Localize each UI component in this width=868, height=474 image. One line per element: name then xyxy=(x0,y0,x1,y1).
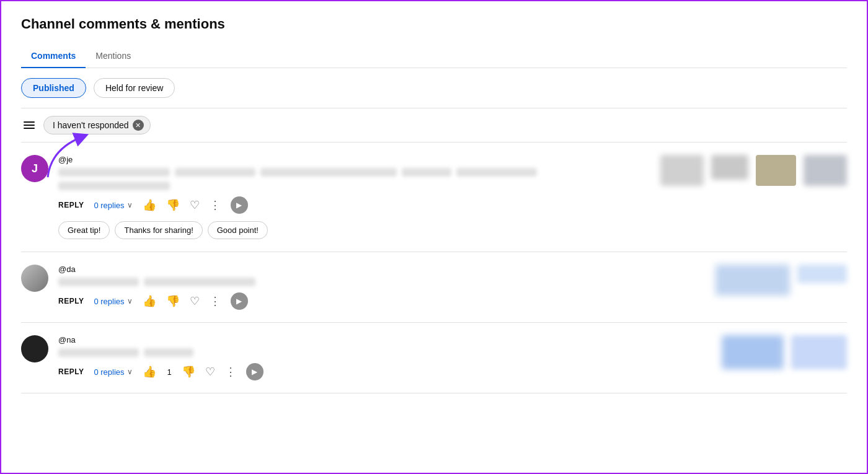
tabs-row: Comments Mentions xyxy=(21,45,847,68)
chevron-down-icon: ∨ xyxy=(127,297,133,305)
comment-text-blurred xyxy=(58,278,706,286)
comment-username: @je xyxy=(58,155,650,164)
heart-icon[interactable]: ♡ xyxy=(190,198,200,212)
replies-toggle[interactable]: 0 replies ∨ xyxy=(94,297,132,306)
comment-username: @da xyxy=(58,265,706,274)
comments-list: J @je REPLY 0 replies ∨ xyxy=(21,143,847,393)
thumbs-up-icon[interactable]: 👍 xyxy=(143,365,156,379)
reply-button[interactable]: REPLY xyxy=(58,297,84,305)
thumbnail-blur-1 xyxy=(660,155,704,186)
blur-text-1 xyxy=(58,348,139,357)
quick-reply-btn-1[interactable]: Great tip! xyxy=(58,221,110,239)
blur-text-1 xyxy=(58,168,170,177)
comment-actions: REPLY 0 replies ∨ 👍 👎 ♡ ⋮ ▶ xyxy=(58,196,650,214)
avatar: J xyxy=(21,155,48,182)
blur-text-4 xyxy=(402,168,451,177)
avatar xyxy=(21,335,48,362)
comment-text-blurred xyxy=(58,168,650,190)
thumbnail-area xyxy=(722,335,847,369)
play-icon[interactable]: ▶ xyxy=(231,196,248,214)
comment-item: @na REPLY 0 replies ∨ 👍 1 👎 ♡ ⋮ ▶ xyxy=(21,323,847,393)
comment-body: @na REPLY 0 replies ∨ 👍 1 👎 ♡ ⋮ ▶ xyxy=(58,335,712,380)
quick-reply-btn-2[interactable]: Thanks for sharing! xyxy=(115,221,202,239)
thumbs-down-icon[interactable]: 👎 xyxy=(166,198,180,212)
thumbs-down-icon[interactable]: 👎 xyxy=(182,365,195,379)
blur-text-6 xyxy=(58,182,170,190)
page-container: Channel comments & mentions Comments Men… xyxy=(1,1,867,408)
play-icon[interactable]: ▶ xyxy=(246,363,264,380)
comment-text-blurred xyxy=(58,348,712,357)
filter-chip-remove[interactable]: ✕ xyxy=(133,120,144,131)
thumbnail-blur-1 xyxy=(722,335,784,369)
thumbnail-blur-2 xyxy=(797,265,847,283)
comment-username: @na xyxy=(58,335,712,345)
thumbnail-area xyxy=(660,155,847,186)
quick-replies: Great tip! Thanks for sharing! Good poin… xyxy=(58,221,650,239)
like-count: 1 xyxy=(167,367,172,377)
thumbs-up-icon[interactable]: 👍 xyxy=(143,294,156,308)
more-options-icon[interactable]: ⋮ xyxy=(210,198,221,212)
reply-button[interactable]: REPLY xyxy=(58,201,84,209)
comment-actions: REPLY 0 replies ∨ 👍 1 👎 ♡ ⋮ ▶ xyxy=(58,363,712,380)
filter-published[interactable]: Published xyxy=(21,78,86,98)
thumbnail-blur-2 xyxy=(711,155,748,180)
heart-icon[interactable]: ♡ xyxy=(205,365,215,379)
comment-body: @da REPLY 0 replies ∨ 👍 👎 ♡ ⋮ ▶ xyxy=(58,265,706,310)
more-options-icon[interactable]: ⋮ xyxy=(210,294,221,308)
reply-button[interactable]: REPLY xyxy=(58,367,84,376)
filter-row: Published Held for review xyxy=(21,68,847,108)
thumbnail-blur-1 xyxy=(715,265,790,296)
thumbnail-real xyxy=(756,155,796,186)
thumbs-up-icon[interactable]: 👍 xyxy=(143,198,156,212)
blur-text-3 xyxy=(260,168,397,177)
filter-chip: I haven't responded ✕ xyxy=(43,116,151,134)
page-title: Channel comments & mentions xyxy=(21,16,847,32)
quick-reply-btn-3[interactable]: Good point! xyxy=(208,221,268,239)
filter-chip-label: I haven't responded xyxy=(53,120,129,130)
filter-held-for-review[interactable]: Held for review xyxy=(94,78,175,98)
thumbs-down-icon[interactable]: 👎 xyxy=(166,294,180,308)
blur-text-2 xyxy=(144,348,193,357)
comment-item: @da REPLY 0 replies ∨ 👍 👎 ♡ ⋮ ▶ xyxy=(21,252,847,323)
active-filter-row: I haven't responded ✕ xyxy=(21,108,847,143)
heart-icon[interactable]: ♡ xyxy=(190,294,200,308)
more-options-icon[interactable]: ⋮ xyxy=(225,365,236,379)
blur-text-2 xyxy=(144,278,255,286)
filter-sort-icon[interactable] xyxy=(21,119,37,131)
comment-body: @je REPLY 0 replies ∨ 👍 👎 xyxy=(58,155,650,239)
play-icon[interactable]: ▶ xyxy=(231,292,248,310)
replies-toggle[interactable]: 0 replies ∨ xyxy=(94,201,132,210)
chevron-down-icon: ∨ xyxy=(127,201,133,209)
thumbnail-area xyxy=(715,265,847,296)
tab-mentions[interactable]: Mentions xyxy=(86,45,141,68)
comment-item: J @je REPLY 0 replies ∨ xyxy=(21,143,847,252)
avatar xyxy=(21,265,48,292)
blur-text-2 xyxy=(175,168,255,177)
chevron-down-icon: ∨ xyxy=(127,367,133,376)
thumbnail-blur-3 xyxy=(804,155,847,186)
replies-toggle[interactable]: 0 replies ∨ xyxy=(94,367,132,377)
blur-text-5 xyxy=(456,168,537,177)
tab-comments[interactable]: Comments xyxy=(21,45,86,68)
comment-actions: REPLY 0 replies ∨ 👍 👎 ♡ ⋮ ▶ xyxy=(58,292,706,310)
thumbnail-blur-2 xyxy=(791,335,847,369)
blur-text-1 xyxy=(58,278,139,286)
